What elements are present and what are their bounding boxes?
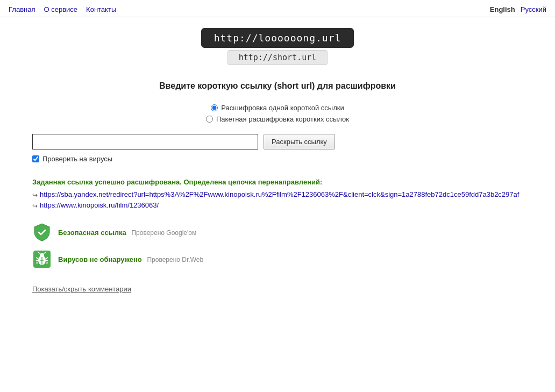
security-shield-sublabel: Проверено Google'ом [131, 229, 196, 237]
virus-check-label: Проверить на вирусы [42, 155, 112, 163]
nav-home[interactable]: Главная [9, 5, 35, 13]
redirect-icon-1: ↪ [32, 191, 38, 199]
shield-icon [32, 223, 52, 242]
redirect-link-2: ↪ https://www.kinopoisk.ru/film/1236063/ [32, 201, 523, 210]
radio-single-label: Расшифровка одной короткой ссылки [221, 104, 344, 112]
security-bug-text: Вирусов не обнаружено Проверено Dr.Web [58, 255, 203, 263]
bug-icon [32, 250, 52, 269]
security-item-shield: Безопасная ссылка Проверено Google'ом [32, 223, 523, 242]
nav-contacts[interactable]: Контакты [86, 5, 116, 13]
virus-check-checkbox[interactable] [32, 155, 39, 162]
radio-option-single[interactable]: Расшифровка одной короткой ссылки [211, 104, 344, 112]
url-input[interactable]: https://clck.ru/QU7Zb [32, 134, 258, 149]
svg-line-6 [36, 260, 38, 261]
logo-short-url: http://short.url [227, 50, 328, 65]
nav-about[interactable]: О сервисе [44, 5, 77, 13]
result-section: Заданная ссылка успешно расшифрована. Оп… [32, 178, 523, 210]
logo-area: http://loooooong.url http://short.url [0, 28, 555, 65]
security-bug-label: Вирусов не обнаружено [58, 255, 142, 263]
virus-check-row: Проверить на вирусы [32, 155, 523, 163]
result-success-text: Заданная ссылка успешно расшифрована. Оп… [32, 178, 523, 186]
radio-option-batch[interactable]: Пакетная расшифровка коротких ссылок [206, 115, 349, 123]
redirect-link-1: ↪ https://sba.yandex.net/redirect?url=ht… [32, 190, 523, 199]
nav-left: Главная О сервисе Контакты [9, 5, 116, 13]
lang-russian[interactable]: Русский [521, 5, 546, 13]
comments-section: Показать/скрыть комментарии [32, 285, 523, 293]
security-bug-sublabel: Проверено Dr.Web [147, 256, 203, 263]
lang-english[interactable]: English [490, 5, 515, 13]
logo-long-url: http://loooooong.url [201, 28, 354, 48]
svg-point-2 [40, 253, 44, 258]
redirect-url-1[interactable]: https://sba.yandex.net/redirect?url=http… [40, 190, 519, 198]
nav-right: English Русский [490, 5, 546, 13]
redirect-icon-2: ↪ [32, 202, 38, 210]
comments-toggle-link[interactable]: Показать/скрыть комментарии [32, 285, 131, 293]
radio-single[interactable] [211, 104, 218, 111]
page-title: Введите короткую ссылку (short url) для … [32, 81, 523, 91]
security-section: Безопасная ссылка Проверено Google'ом [32, 223, 523, 269]
submit-button[interactable]: Раскрыть ссылку [264, 134, 335, 149]
top-navigation: Главная О сервисе Контакты English Русск… [0, 0, 555, 17]
svg-line-9 [46, 260, 48, 261]
security-item-bug: Вирусов не обнаружено Проверено Dr.Web [32, 250, 523, 269]
security-shield-label: Безопасная ссылка [58, 229, 126, 237]
radio-batch-label: Пакетная расшифровка коротких ссылок [216, 115, 349, 123]
security-shield-text: Безопасная ссылка Проверено Google'ом [58, 229, 196, 237]
radio-group: Расшифровка одной короткой ссылки Пакетн… [32, 104, 523, 123]
main-content: Введите короткую ссылку (short url) для … [0, 70, 555, 315]
radio-batch[interactable] [206, 116, 213, 123]
redirect-url-2[interactable]: https://www.kinopoisk.ru/film/1236063/ [40, 201, 159, 209]
input-row: https://clck.ru/QU7Zb Раскрыть ссылку [32, 134, 523, 149]
